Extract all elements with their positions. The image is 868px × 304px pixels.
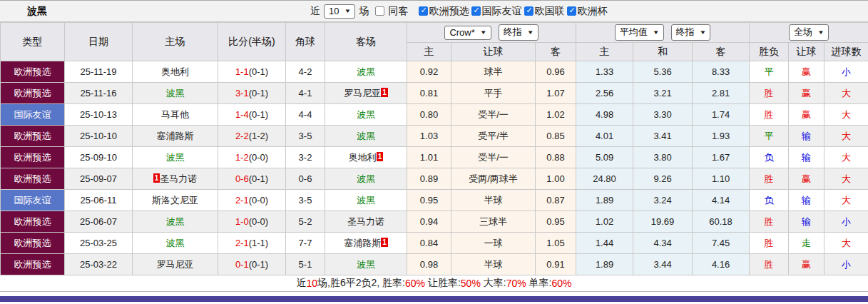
goals-cell: 大 [824, 147, 868, 168]
euro-time-select[interactable]: 终指 ▼ [671, 24, 711, 41]
team-label: 马耳他 [161, 109, 189, 120]
away-team-cell: 圣马力诺 [325, 211, 407, 233]
chevron-down-icon: ▼ [817, 29, 824, 36]
half-score: (0-1) [249, 109, 268, 120]
home-team-cell: 斯洛文尼亚 [133, 190, 218, 211]
col-header-corner: 角球 [286, 23, 325, 61]
team-label: 波黑 [357, 66, 375, 77]
score-cell: 1-2(0-0) [218, 147, 286, 168]
euro-draw-odds-cell: 19.69 [633, 211, 693, 233]
match-type-cell: 欧洲预选 [1, 211, 65, 233]
half-score: (0-0) [249, 152, 268, 163]
home-team-cell: 波黑 [133, 211, 218, 233]
team-label: 罗马尼亚 [157, 259, 194, 270]
scope-select[interactable]: 全场 ▼ [789, 24, 829, 41]
let-result-cell: 输 [789, 126, 824, 147]
euro-home-odds-cell: 2.56 [576, 83, 633, 104]
bookmaker-time-select[interactable]: 终指 ▼ [499, 24, 538, 41]
crow-home-odds-cell: 1.03 [407, 126, 451, 147]
euro-away-odds-cell: 1.93 [693, 126, 750, 147]
scope-value: 全场 [794, 26, 812, 39]
match-count-value: 10 [329, 6, 339, 16]
sub-header-crow-home: 主 [407, 43, 451, 61]
corner-cell: 3-2 [286, 147, 325, 168]
red-number-badge: 1 [377, 152, 384, 161]
corner-cell: 0-6 [286, 168, 325, 190]
euro-home-odds-cell: 1.44 [576, 233, 633, 254]
match-type-cell: 欧洲预选 [1, 254, 65, 275]
euro-draw-odds-cell: 3.21 [633, 83, 693, 104]
date-cell: 25-06-07 [65, 211, 133, 233]
team-label: 圣马力诺 [347, 216, 384, 227]
euro-odds-header: 平均值 ▼ 终指 ▼ [576, 23, 750, 43]
col-header-date: 日期 [65, 23, 133, 61]
goals-cell: 大 [824, 126, 868, 147]
crow-away-odds-cell: 0.85 [536, 126, 576, 147]
away-team-cell: 波黑 [325, 190, 407, 211]
goals-cell: 大 [824, 83, 868, 104]
match-type-cell: 国际友谊 [1, 190, 65, 211]
home-team-cell: 波黑 [133, 147, 218, 168]
table-row: 欧洲预选25-03-22罗马尼亚0-1(0-1)5-1波黑0.98半球0.911… [1, 254, 868, 275]
full-score: 0-6 [235, 173, 249, 184]
chevron-down-icon: ▼ [700, 29, 707, 36]
col-header-home: 主场 [133, 23, 218, 61]
let-result-cell: 赢 [789, 168, 824, 190]
match-type-cell: 欧洲预选 [1, 233, 65, 254]
table-row: 欧洲预选25-09-10波黑1-2(0-0)3-2奥地利11.01受半/一0.8… [1, 147, 868, 168]
result-cell: 胜 [750, 233, 789, 254]
competition-checkbox[interactable] [471, 6, 481, 16]
team-label: 波黑 [166, 88, 185, 98]
euro-home-odds-cell: 5.09 [576, 147, 633, 168]
euro-home-odds-cell: 24.80 [576, 168, 633, 190]
goals-cell: 大 [824, 168, 868, 190]
competition-label: 国际友谊 [481, 5, 521, 18]
euro-away-odds-cell: 7.45 [693, 233, 750, 254]
date-cell: 25-06-11 [65, 190, 133, 211]
score-cell: 1-1(0-1) [218, 61, 286, 83]
asian-odds-header: Crow* ▼ 终指 ▼ [407, 23, 576, 43]
team-label: 波黑 [166, 216, 185, 227]
euro-away-odds-cell: 4.16 [693, 254, 750, 275]
bookmaker-select[interactable]: Crow* ▼ [444, 26, 491, 40]
bookmaker-time-value: 终指 [504, 26, 522, 39]
summary-segment: 近 [297, 277, 307, 290]
red-number-badge: 1 [153, 173, 160, 183]
euro-draw-odds-cell: 3.80 [633, 147, 693, 168]
competition-checkbox[interactable] [419, 6, 428, 16]
date-cell: 25-11-16 [65, 83, 133, 104]
home-team-cell: 塞浦路斯 [133, 126, 218, 147]
date-cell: 25-10-13 [65, 104, 133, 126]
euro-away-odds-cell: 4.14 [693, 190, 750, 211]
competition-checkbox[interactable] [524, 6, 533, 16]
team-label: 波黑 [357, 173, 375, 184]
competition-checkbox[interactable] [567, 6, 576, 16]
team-label: 波黑 [357, 109, 375, 120]
same-away-checkbox[interactable] [375, 6, 384, 16]
let-result-cell: 输 [789, 147, 824, 168]
handicap-cell: 受平/半 [451, 126, 536, 147]
crow-home-odds-cell: 0.80 [407, 104, 451, 126]
euro-home-odds-cell: 1.89 [576, 190, 633, 211]
filter-item: 欧洲预选 [419, 5, 469, 18]
let-result-cell: 赢 [789, 61, 824, 83]
score-cell: 2-2(1-2) [218, 126, 286, 147]
team-label: 波黑 [357, 195, 375, 206]
full-score: 3-1 [235, 88, 249, 98]
same-away-label: 同客 [388, 5, 408, 18]
euro-source-select[interactable]: 平均值 ▼ [615, 24, 664, 41]
result-cell: 胜 [750, 254, 789, 275]
goals-cell: 大 [824, 233, 868, 254]
match-count-select[interactable]: 10 ▼ [324, 4, 355, 19]
away-team-cell: 波黑 [325, 61, 407, 83]
competition-filters: 欧洲预选国际友谊欧国联欧洲杯 [419, 5, 610, 18]
euro-home-odds-cell: 4.98 [576, 104, 633, 126]
half-score: (1-2) [249, 131, 268, 141]
crow-away-odds-cell: 1.07 [536, 83, 576, 104]
result-header: 全场 ▼ [750, 23, 868, 43]
date-cell: 25-11-19 [65, 61, 133, 83]
away-team-cell: 塞浦路斯1 [325, 233, 407, 254]
sub-header-goals: 进球数 [824, 43, 868, 61]
score-cell: 1-4(0-1) [218, 104, 286, 126]
let-result-cell: 输 [789, 211, 824, 233]
